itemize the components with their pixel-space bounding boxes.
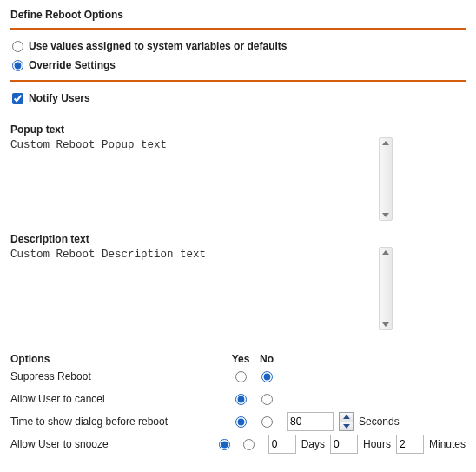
snooze-hours-input[interactable] [330, 435, 358, 454]
allow-snooze-yes-radio[interactable] [219, 439, 230, 450]
scrollbar[interactable] [379, 137, 393, 221]
notify-users-checkbox[interactable] [12, 93, 23, 104]
scrollbar[interactable] [379, 247, 393, 330]
scroll-up-icon [382, 250, 389, 255]
allow-cancel-yes-radio[interactable] [235, 394, 247, 405]
use-defaults-radio[interactable] [12, 41, 23, 52]
seconds-spinner[interactable] [339, 412, 354, 431]
option-row-time-dialog: Time to show dialog before reboot Second… [10, 410, 466, 433]
override-radio[interactable] [12, 60, 23, 71]
spinner-up-button[interactable] [340, 413, 353, 422]
no-header: No [254, 353, 280, 365]
description-text-input[interactable]: Custom Reboot Description text [10, 247, 379, 330]
option-row-suppress-reboot: Suppress Reboot [10, 365, 466, 388]
divider [10, 80, 466, 82]
hours-unit: Hours [363, 438, 391, 450]
minutes-unit: Minutes [429, 438, 466, 450]
notify-users-label: Notify Users [29, 92, 90, 104]
scroll-down-icon [382, 322, 389, 327]
option-label: Allow User to snooze [10, 438, 213, 450]
chevron-up-icon [343, 415, 350, 419]
description-text-label: Description text [10, 233, 466, 245]
option-label: Suppress Reboot [10, 370, 228, 382]
yes-header: Yes [228, 353, 254, 365]
override-label: Override Settings [29, 59, 116, 71]
scroll-down-icon [382, 213, 389, 217]
suppress-no-radio[interactable] [261, 371, 273, 382]
popup-text-input[interactable]: Custom Reboot Popup text [10, 137, 379, 221]
divider [10, 28, 466, 30]
options-header: Options [10, 353, 228, 365]
allow-cancel-no-radio[interactable] [261, 394, 273, 405]
seconds-input[interactable] [287, 412, 334, 431]
option-label: Time to show dialog before reboot [10, 415, 228, 428]
popup-text-label: Popup text [10, 123, 466, 136]
spinner-down-button[interactable] [340, 422, 353, 431]
allow-snooze-no-radio[interactable] [243, 439, 255, 450]
time-dialog-no-radio[interactable] [261, 416, 273, 428]
days-unit: Days [301, 438, 325, 450]
option-label: Allow User to cancel [10, 393, 228, 405]
seconds-unit: Seconds [359, 415, 400, 428]
time-dialog-yes-radio[interactable] [235, 416, 247, 428]
snooze-days-input[interactable] [268, 435, 296, 454]
use-defaults-label: Use values assigned to system variables … [29, 40, 287, 52]
option-row-allow-cancel: Allow User to cancel [10, 388, 466, 410]
snooze-minutes-input[interactable] [396, 435, 424, 454]
suppress-yes-radio[interactable] [235, 371, 247, 382]
option-row-allow-snooze: Allow User to snooze Days Hours Minutes [10, 433, 466, 455]
page-title: Define Reboot Options [10, 9, 466, 24]
scroll-up-icon [382, 141, 389, 145]
chevron-down-icon [343, 424, 350, 429]
